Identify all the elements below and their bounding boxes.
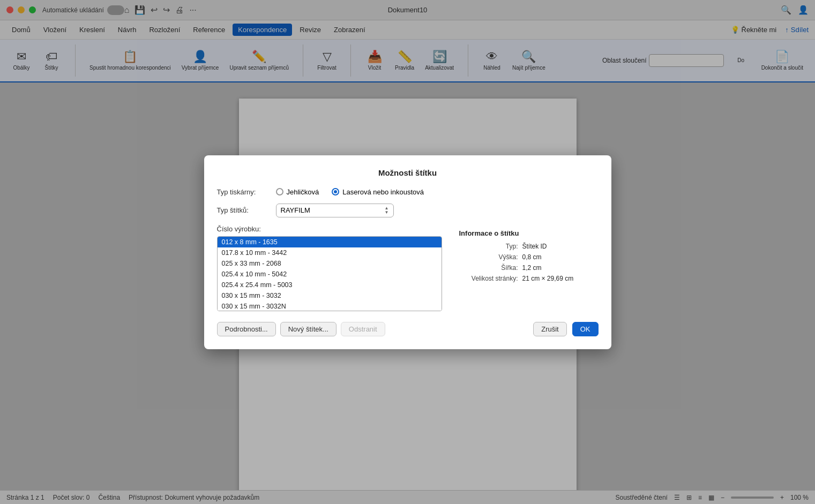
arrow-down-icon: ▼ [385,210,389,215]
list-container: Číslo výrobku: 012 x 8 mm - 1635 017.8 x… [217,225,442,311]
info-velikost-label: Velikost stránky: [459,275,518,282]
list-item-0[interactable]: 012 x 8 mm - 1635 [218,237,442,247]
radio-jehilickova[interactable]: Jehličková [276,188,319,196]
list-item-2[interactable]: 025 x 33 mm - 2068 [218,258,442,269]
printer-radio-group: Jehličková Laserová nebo inkoustová [276,188,424,196]
info-vyska-label: Výška: [459,253,518,261]
label-type-combo[interactable]: RAYFILM ▲ ▼ [276,204,394,217]
podrobnosti-button[interactable]: Podrobnosti... [217,322,276,336]
info-title: Informace o štítku [459,229,590,237]
novy-button[interactable]: Nový štítek... [280,322,337,336]
radio-laserova[interactable]: Laserová nebo inkoustová [332,188,424,196]
zrusit-button[interactable]: Zrušit [533,322,567,336]
cislo-listbox[interactable]: 012 x 8 mm - 1635 017.8 x 10 mm - 3442 0… [217,236,442,311]
odstranit-button: Odstranit [341,322,385,336]
info-vyska-row: Výška: 0,8 cm [459,253,590,261]
label-type-row: Typ štítků: RAYFILM ▲ ▼ [217,204,599,217]
cislo-label: Číslo výrobku: [217,225,276,233]
printer-type-label: Typ tiskárny: [217,188,276,196]
info-velikost-value: 21 cm × 29,69 cm [522,275,574,282]
combo-arrows: ▲ ▼ [385,206,389,215]
modal-overlay: Možnosti štítku Typ tiskárny: Jehličková… [0,0,815,504]
info-sirka-value: 1,2 cm [522,264,542,272]
info-typ-row: Typ: Štítek ID [459,243,590,250]
info-panel: Informace o štítku Typ: Štítek ID Výška:… [451,225,599,311]
ok-button[interactable]: OK [572,322,599,336]
radio-laserova-circle [332,188,339,195]
list-item-1[interactable]: 017.8 x 10 mm - 3442 [218,247,442,258]
list-item-5[interactable]: 030 x 15 mm - 3032 [218,290,442,301]
modal-title: Možnosti štítku [217,168,599,177]
printer-type-row: Typ tiskárny: Jehličková Laserová nebo i… [217,188,599,196]
label-type-value: RAYFILM [281,206,383,214]
info-velikost-row: Velikost stránky: 21 cm × 29,69 cm [459,275,590,282]
cislo-info-section: Číslo výrobku: 012 x 8 mm - 1635 017.8 x… [217,225,599,311]
info-sirka-row: Šířka: 1,2 cm [459,264,590,272]
info-typ-value: Štítek ID [522,243,547,250]
modal-buttons-row: Podrobnosti... Nový štítek... Odstranit … [217,322,599,336]
modal-left-buttons: Podrobnosti... Nový štítek... Odstranit [217,322,385,336]
radio-jehilickova-circle [276,188,283,195]
info-typ-label: Typ: [459,243,518,250]
label-type-label: Typ štítků: [217,206,276,214]
list-item-3[interactable]: 025.4 x 10 mm - 5042 [218,269,442,280]
info-vyska-value: 0,8 cm [522,253,542,261]
modal-moznosti-stitku: Možnosti štítku Typ tiskárny: Jehličková… [204,155,611,349]
list-item-4[interactable]: 025.4 x 25.4 mm - 5003 [218,280,442,290]
info-sirka-label: Šířka: [459,264,518,272]
list-item-6[interactable]: 030 x 15 mm - 3032N [218,301,442,311]
modal-right-buttons: Zrušit OK [533,322,598,336]
